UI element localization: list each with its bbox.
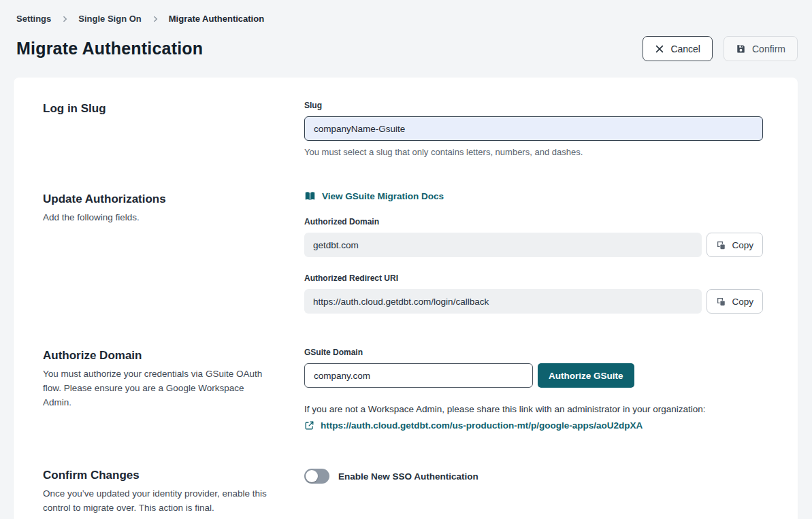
x-close-icon [655, 44, 664, 54]
toggle-knob [306, 470, 318, 482]
breadcrumb-single-sign-on[interactable]: Single Sign On [78, 14, 141, 24]
gsuite-domain-label: GSuite Domain [304, 348, 763, 357]
section-update-authorizations-controls: View GSuite Migration Docs Authorized Do… [304, 191, 763, 314]
slug-field-label: Slug [304, 101, 763, 110]
floppy-save-icon [736, 44, 746, 54]
settings-card: Log in Slug Slug You must select a slug … [14, 78, 798, 519]
workspace-admin-share-text: If you are not a Workspace Admin, please… [304, 403, 763, 416]
copy-redirect-uri-button[interactable]: Copy [707, 289, 763, 314]
section-authorize-domain-info: Authorize Domain You must authorize your… [43, 348, 304, 433]
chevron-right-icon [151, 15, 159, 23]
chevron-right-icon [61, 15, 69, 23]
confirm-button-label: Confirm [752, 44, 785, 54]
gsuite-domain-row: Authorize GSuite [304, 363, 763, 388]
enable-sso-toggle-row: Enable New SSO Authentication [304, 469, 763, 484]
section-update-authorizations: Update Authorizations Add the following … [43, 191, 763, 314]
open-book-icon [304, 191, 316, 201]
section-description: Add the following fields. [43, 211, 267, 225]
breadcrumb-settings[interactable]: Settings [16, 14, 51, 24]
section-authorize-domain-controls: GSuite Domain Authorize GSuite If you ar… [304, 348, 763, 433]
copy-authorized-domain-button[interactable]: Copy [707, 233, 763, 257]
gsuite-domain-input[interactable] [304, 363, 533, 388]
confirm-button[interactable]: Confirm [724, 36, 798, 61]
admin-share-link-label: https://auth.cloud.getdbt.com/us-product… [321, 420, 643, 431]
breadcrumb: Settings Single Sign On Migrate Authenti… [14, 14, 798, 24]
external-link-icon [304, 420, 314, 431]
section-confirm-changes-controls: Enable New SSO Authentication [304, 467, 763, 516]
breadcrumb-migrate-authentication: Migrate Authentication [169, 14, 264, 24]
section-heading: Update Authorizations [43, 192, 277, 206]
copy-icon [716, 297, 726, 307]
section-login-slug-controls: Slug You must select a slug that only co… [304, 101, 763, 157]
section-description: You must authorize your credentials via … [43, 367, 267, 410]
section-authorize-domain: Authorize Domain You must authorize your… [43, 348, 763, 433]
enable-sso-toggle[interactable] [304, 469, 329, 484]
section-login-slug: Log in Slug Slug You must select a slug … [43, 101, 763, 157]
authorize-gsuite-button[interactable]: Authorize GSuite [538, 363, 634, 388]
slug-helper-text: You must select a slug that only contain… [304, 147, 763, 157]
authorized-redirect-uri-block: Authorized Redirect URI https://auth.clo… [304, 273, 763, 314]
authorized-domain-label: Authorized Domain [304, 217, 763, 227]
cancel-button-label: Cancel [670, 44, 700, 54]
migrate-authentication-page: Settings Single Sign On Migrate Authenti… [0, 0, 812, 519]
copy-button-label: Copy [732, 297, 753, 307]
authorized-domain-value: getdbt.com [304, 233, 702, 257]
authorized-domain-block: Authorized Domain getdbt.com Copy [304, 217, 763, 257]
page-header: Migrate Authentication Cancel Confirm [14, 36, 798, 61]
slug-input[interactable] [304, 116, 763, 141]
copy-icon [716, 240, 726, 250]
section-heading: Confirm Changes [43, 469, 277, 482]
section-confirm-changes-info: Confirm Changes Once you’ve updated your… [43, 467, 304, 516]
section-heading: Authorize Domain [43, 349, 277, 363]
gsuite-migration-docs-link[interactable]: View GSuite Migration Docs [304, 191, 444, 201]
docs-link-label: View GSuite Migration Docs [322, 191, 444, 201]
copy-button-label: Copy [732, 240, 753, 250]
section-confirm-changes: Confirm Changes Once you’ve updated your… [43, 467, 763, 516]
authorized-domain-row: getdbt.com Copy [304, 233, 763, 257]
cancel-button[interactable]: Cancel [643, 36, 713, 61]
section-description: Once you’ve updated your identity provid… [43, 487, 267, 516]
section-update-authorizations-info: Update Authorizations Add the following … [43, 191, 304, 314]
header-actions: Cancel Confirm [643, 36, 798, 61]
authorized-redirect-uri-label: Authorized Redirect URI [304, 273, 763, 283]
page-title: Migrate Authentication [16, 39, 203, 58]
section-heading: Log in Slug [43, 102, 277, 116]
authorized-redirect-uri-row: https://auth.cloud.getdbt.com/login/call… [304, 289, 763, 314]
section-login-slug-info: Log in Slug [43, 101, 304, 157]
admin-share-link[interactable]: https://auth.cloud.getdbt.com/us-product… [304, 420, 643, 431]
enable-sso-toggle-label: Enable New SSO Authentication [338, 471, 478, 482]
authorized-redirect-uri-value: https://auth.cloud.getdbt.com/login/call… [304, 289, 702, 314]
